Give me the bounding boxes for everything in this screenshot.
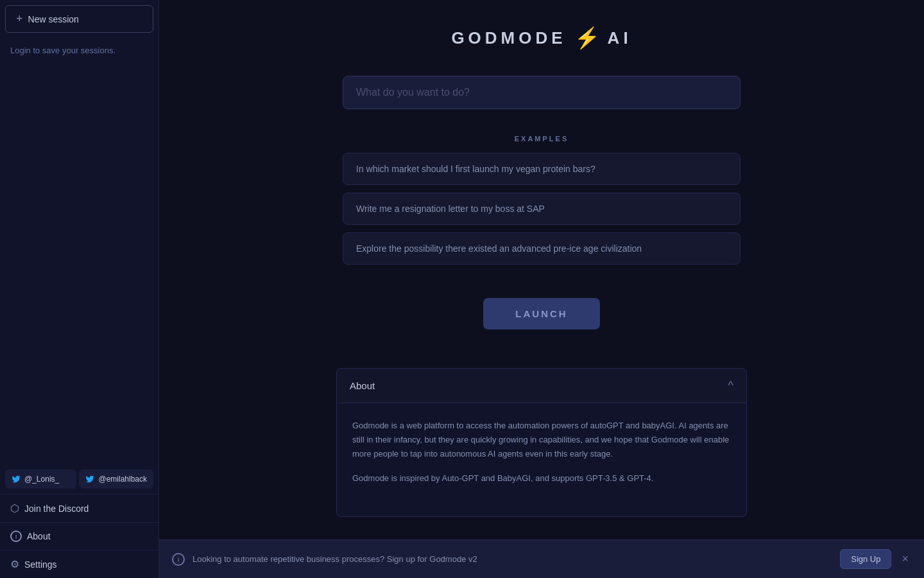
about-button[interactable]: i About	[0, 522, 158, 550]
twitter-user-1-button[interactable]: @_Lonis_	[5, 469, 76, 489]
notification-text: Looking to automate repetitive business …	[193, 554, 832, 564]
info-icon: i	[172, 553, 185, 566]
about-header[interactable]: About ^	[336, 368, 747, 403]
main-content: GODMODE ⚡ AI EXAMPLES In which market sh…	[159, 0, 924, 578]
close-notification-button[interactable]: ×	[899, 552, 911, 566]
logo-right: AI	[608, 28, 632, 48]
new-session-label: New session	[28, 14, 79, 24]
login-hint: Login to save your sessions.	[0, 38, 158, 63]
settings-button[interactable]: ⚙ Settings	[0, 550, 158, 578]
twitter-user-1-label: @_Lonis_	[24, 475, 59, 484]
about-section: About ^ Godmode is a web platform to acc…	[336, 368, 747, 517]
about-paragraph-2: Godmode is inspired by Auto-GPT and Baby…	[352, 471, 731, 486]
main-input-wrap	[343, 76, 740, 109]
discord-label: Join the Discord	[24, 504, 89, 514]
example-card-2[interactable]: Write me a resignation letter to my boss…	[343, 193, 740, 225]
discord-icon: ⬡	[10, 502, 19, 514]
about-title: About	[350, 380, 375, 391]
main-task-input[interactable]	[343, 76, 740, 109]
about-icon: i	[10, 530, 22, 542]
twitter-icon-2	[85, 475, 94, 484]
twitter-icon-1	[12, 475, 21, 484]
examples-label: EXAMPLES	[343, 135, 740, 143]
lightning-icon: ⚡	[574, 26, 600, 50]
example-card-1[interactable]: In which market should I first launch my…	[343, 153, 740, 185]
plus-icon: +	[16, 12, 23, 26]
discord-button[interactable]: ⬡ Join the Discord	[0, 494, 158, 522]
new-session-button[interactable]: + New session	[5, 5, 153, 33]
examples-section: EXAMPLES In which market should I first …	[343, 135, 740, 272]
chevron-up-icon: ^	[728, 379, 733, 392]
sidebar-bottom: @_Lonis_ @emilahlback ⬡ Join the Discord…	[0, 464, 158, 578]
example-card-3[interactable]: Explore the possibility there existed an…	[343, 232, 740, 265]
launch-button[interactable]: LAUNCH	[483, 298, 599, 329]
logo-left: GODMODE	[451, 28, 566, 48]
twitter-row: @_Lonis_ @emilahlback	[0, 464, 158, 494]
about-paragraph-1: Godmode is a web platform to access the …	[352, 419, 731, 461]
sidebar: + New session Login to save your session…	[0, 0, 159, 578]
notification-bar: i Looking to automate repetitive busines…	[159, 539, 924, 578]
gear-icon: ⚙	[10, 558, 19, 570]
signup-button[interactable]: Sign Up	[840, 549, 891, 569]
about-content: Godmode is a web platform to access the …	[336, 403, 747, 517]
settings-label: Settings	[24, 559, 57, 570]
twitter-user-2-label: @emilahlback	[98, 475, 147, 484]
logo-area: GODMODE ⚡ AI	[451, 26, 631, 50]
about-label: About	[27, 531, 51, 541]
twitter-user-2-button[interactable]: @emilahlback	[79, 469, 153, 489]
